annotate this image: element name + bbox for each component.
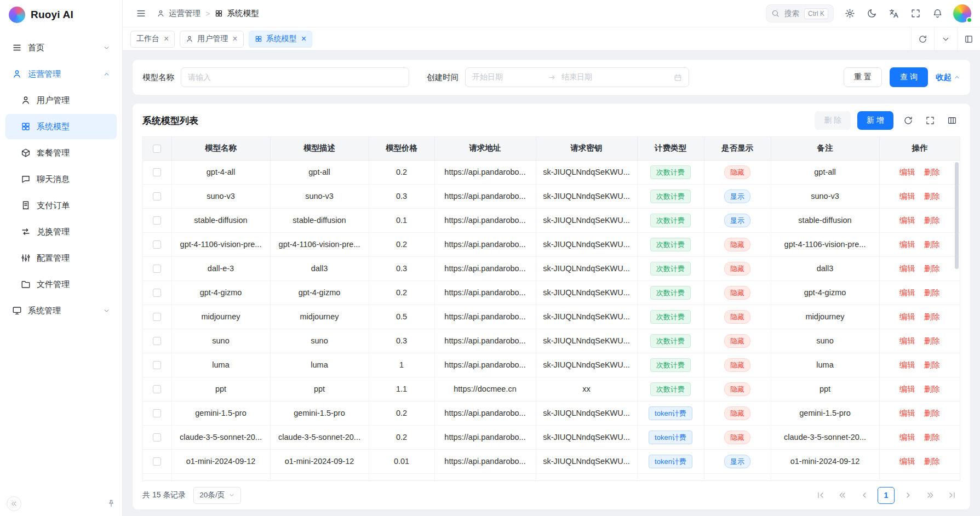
logo[interactable]: Ruoyi AI	[0, 0, 122, 30]
delete-link[interactable]: 删除	[924, 288, 940, 297]
sidebar-item-operations[interactable]: 运营管理	[5, 61, 117, 87]
row-checkbox[interactable]	[153, 216, 161, 225]
tab-workbench[interactable]: 工作台×	[130, 31, 175, 48]
table-header-bar: 系统模型列表 删 除 新 增	[142, 111, 960, 130]
breadcrumb-item-system-models[interactable]: 系统模型	[215, 8, 259, 19]
sidebar-item-file-management[interactable]: 文件管理	[5, 272, 117, 297]
edit-link[interactable]: 编辑	[899, 360, 915, 369]
language-button[interactable]	[884, 4, 903, 23]
sidebar-item-config-management[interactable]: 配置管理	[5, 245, 117, 271]
tab-close-icon[interactable]: ×	[164, 35, 169, 43]
page-1-button[interactable]: 1	[878, 487, 895, 504]
row-checkbox[interactable]	[153, 361, 161, 369]
row-checkbox[interactable]	[153, 168, 161, 176]
refresh-page-button[interactable]	[911, 27, 934, 50]
prev-page-button[interactable]	[856, 487, 873, 504]
row-checkbox[interactable]	[153, 385, 161, 393]
table-fullscreen-button[interactable]	[922, 112, 938, 129]
delete-button[interactable]: 删 除	[815, 111, 851, 130]
next-page-button[interactable]	[899, 487, 916, 504]
cell-actions: 编辑删除	[879, 208, 960, 232]
visibility-tag: 显示	[724, 190, 750, 203]
delete-link[interactable]: 删除	[924, 192, 940, 200]
sidebar-item-chat-messages[interactable]: 聊天消息	[5, 167, 117, 192]
delete-link[interactable]: 删除	[924, 240, 940, 249]
delete-link[interactable]: 删除	[924, 433, 940, 442]
cell-request-key: sk-JIUQLNndqSeKWU...	[536, 353, 637, 377]
reset-button[interactable]: 重 置	[844, 67, 882, 87]
settings-button[interactable]	[840, 4, 859, 23]
table-row: gemini-1.5-progemini-1.5-pro0.2https://a…	[143, 401, 960, 425]
sidebar-item-home[interactable]: 首页	[5, 35, 117, 60]
sidebar-pin-button[interactable]	[107, 499, 116, 508]
tab-system-models[interactable]: 系统模型×	[249, 31, 312, 48]
table-scrollbar[interactable]	[955, 162, 959, 269]
row-checkbox[interactable]	[153, 192, 161, 200]
row-checkbox[interactable]	[153, 433, 161, 442]
row-checkbox[interactable]	[153, 409, 161, 417]
last-page-button[interactable]	[943, 487, 960, 504]
next-group-button[interactable]	[921, 487, 938, 504]
sidebar-item-system-models[interactable]: 系统模型	[5, 114, 117, 139]
prev-group-button[interactable]	[834, 487, 851, 504]
row-checkbox[interactable]	[153, 457, 161, 466]
delete-link[interactable]: 删除	[924, 385, 940, 393]
tab-close-icon[interactable]: ×	[301, 35, 306, 43]
tab-close-icon[interactable]: ×	[232, 35, 237, 43]
edit-link[interactable]: 编辑	[899, 264, 915, 273]
menu-toggle-button[interactable]	[131, 4, 150, 23]
user-avatar[interactable]	[953, 4, 971, 22]
row-checkbox[interactable]	[153, 337, 161, 345]
edit-link[interactable]: 编辑	[899, 385, 915, 393]
edit-link[interactable]: 编辑	[899, 457, 915, 466]
edit-link[interactable]: 编辑	[899, 216, 915, 225]
breadcrumb-item-operations[interactable]: 运营管理	[157, 8, 200, 19]
delete-link[interactable]: 删除	[924, 216, 940, 225]
first-page-button[interactable]	[812, 487, 829, 504]
sidebar-item-package-management[interactable]: 套餐管理	[5, 140, 117, 165]
edit-link[interactable]: 编辑	[899, 409, 915, 417]
sidebar-collapse-button[interactable]	[7, 496, 21, 511]
edit-link[interactable]: 编辑	[899, 288, 915, 297]
row-checkbox[interactable]	[153, 313, 161, 321]
collapse-filters-link[interactable]: 收起	[936, 72, 960, 83]
theme-toggle-button[interactable]	[862, 4, 881, 23]
row-checkbox[interactable]	[153, 240, 161, 249]
end-date-placeholder: 结束日期	[561, 72, 668, 82]
tab-options-button[interactable]	[934, 27, 957, 50]
delete-link[interactable]: 删除	[924, 312, 940, 321]
cell-model-desc: suno-v3	[270, 184, 369, 208]
edit-link[interactable]: 编辑	[899, 336, 915, 345]
select-all-checkbox[interactable]	[153, 145, 161, 153]
delete-link[interactable]: 删除	[924, 409, 940, 417]
edit-link[interactable]: 编辑	[899, 168, 915, 176]
delete-link[interactable]: 删除	[924, 457, 940, 466]
edit-link[interactable]: 编辑	[899, 312, 915, 321]
notifications-button[interactable]	[928, 4, 947, 23]
edit-link[interactable]: 编辑	[899, 192, 915, 200]
date-range-picker[interactable]: 开始日期 结束日期	[465, 67, 689, 87]
sidebar-item-payment-orders[interactable]: 支付订单	[5, 193, 117, 218]
start-date-placeholder: 开始日期	[472, 72, 542, 82]
delete-link[interactable]: 删除	[924, 168, 940, 176]
toggle-content-panel-button[interactable]	[957, 27, 980, 50]
edit-link[interactable]: 编辑	[899, 433, 915, 442]
tab-user-management[interactable]: 用户管理×	[180, 31, 243, 48]
delete-link[interactable]: 删除	[924, 360, 940, 369]
sidebar-item-redeem-management[interactable]: 兑换管理	[5, 219, 117, 244]
delete-link[interactable]: 删除	[924, 336, 940, 345]
sidebar-item-user-management[interactable]: 用户管理	[5, 88, 117, 113]
column-settings-button[interactable]	[944, 112, 960, 129]
delete-link[interactable]: 删除	[924, 264, 940, 273]
page-size-select[interactable]: 20条/页	[193, 487, 241, 504]
search-input[interactable]: 搜索 Ctrl K	[766, 4, 834, 22]
fullscreen-button[interactable]	[906, 4, 925, 23]
edit-link[interactable]: 编辑	[899, 240, 915, 249]
add-button[interactable]: 新 增	[857, 111, 893, 130]
sidebar-item-system[interactable]: 系统管理	[5, 298, 117, 323]
search-button[interactable]: 查 询	[890, 67, 928, 87]
row-checkbox[interactable]	[153, 265, 161, 273]
model-name-input[interactable]	[181, 67, 409, 87]
refresh-table-button[interactable]	[900, 112, 916, 129]
row-checkbox[interactable]	[153, 289, 161, 297]
